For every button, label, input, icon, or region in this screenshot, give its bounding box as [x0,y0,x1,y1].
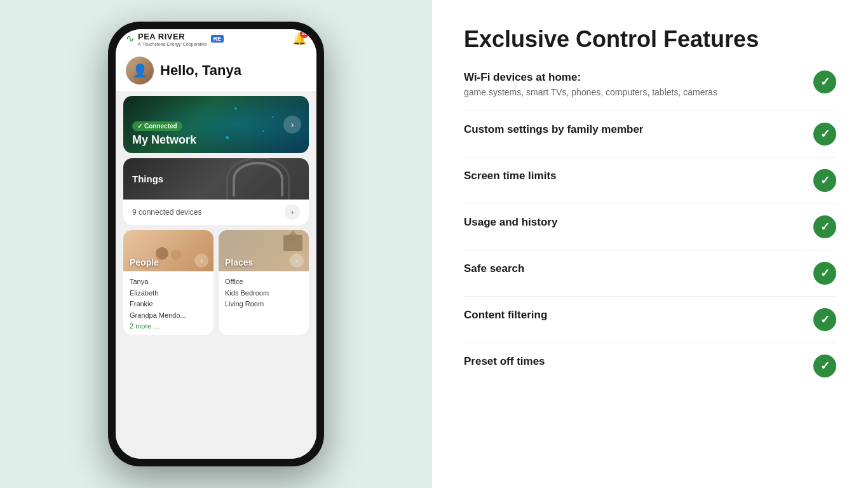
people-image: People › [123,230,214,271]
feature-row: Screen time limits✓ [464,169,836,204]
features-title: Exclusive Control Features [464,25,836,53]
things-count: 9 connected devices [132,208,201,217]
feature-text: Content filtering [464,308,813,322]
feature-sub: game systems, smart TVs, phones, compute… [464,86,801,99]
network-title: My Network [132,133,300,147]
left-panel: 9:41 ∿ ∿ [0,0,432,488]
people-card[interactable]: People › Tanya Elizabeth Frankie Grandpa… [123,230,214,335]
things-info: 9 connected devices › [123,200,309,225]
check-mark: ✓ [137,123,142,130]
feature-label: Preset off times [464,355,801,369]
notification-button[interactable]: 🔔 10 [292,32,306,46]
feature-text: Screen time limits [464,169,813,183]
places-card[interactable]: Places › Office Kids Bedroom Living Room [219,230,309,335]
people-label: People [130,257,159,268]
feature-label: Custom settings by family member [464,123,801,137]
check-icon: ✓ [813,71,836,93]
feature-row: Safe search✓ [464,262,836,297]
list-item: Living Room [225,299,302,310]
notification-count: 10 [300,29,309,38]
bottom-row: People › Tanya Elizabeth Frankie Grandpa… [123,230,309,335]
people-more: 2 more ... [130,322,207,330]
places-list: Office Kids Bedroom Living Room [219,271,309,315]
app-content[interactable]: ✓ Connected My Network › Things [116,91,316,459]
brand-info: PEA RIVER A 'Touchstone Energy' Cooperat… [138,30,207,46]
list-item: Tanya [130,276,207,288]
list-item: Frankie [130,299,207,310]
network-arrow[interactable]: › [283,116,301,133]
greeting-row: 👤 Hello, Tanya [116,51,316,91]
feature-label: Content filtering [464,308,801,322]
things-arrow[interactable]: › [285,205,300,220]
features-list: Wi-Fi devices at home:game systems, smar… [464,71,836,377]
app-header: ∿ PEA RIVER A 'Touchstone Energy' Cooper… [116,29,316,51]
logo-area: ∿ PEA RIVER A 'Touchstone Energy' Cooper… [126,30,224,46]
list-item: Kids Bedroom [225,288,302,299]
check-icon: ✓ [813,355,836,377]
feature-text: Custom settings by family member [464,123,813,137]
feature-text: Preset off times [464,355,813,369]
connected-label: Connected [144,123,177,130]
avatar: 👤 [126,57,154,85]
feature-text: Usage and history [464,215,813,229]
check-icon: ✓ [813,169,836,192]
things-label: Things [132,173,163,184]
places-image: Places › [219,230,309,271]
feature-row: Custom settings by family member✓ [464,123,836,158]
brand-badge: RE [211,35,224,43]
feature-label: Usage and history [464,215,801,229]
brand-sub: A 'Touchstone Energy' Cooperative [138,42,207,46]
check-icon: ✓ [813,262,836,285]
brand-name: PEA RIVER [138,32,185,41]
feature-row: Content filtering✓ [464,308,836,343]
list-item: Office [225,276,302,288]
feature-text: Safe search [464,262,813,276]
right-panel: Exclusive Control Features Wi-Fi devices… [432,0,868,488]
check-icon: ✓ [813,308,836,331]
feature-row: Wi-Fi devices at home:game systems, smar… [464,71,836,111]
list-item: Grandpa Mendo... [130,310,207,322]
check-icon: ✓ [813,215,836,238]
people-arrow[interactable]: › [194,254,208,268]
network-card[interactable]: ✓ Connected My Network › [123,96,309,153]
avatar-image: 👤 [126,57,154,85]
things-card[interactable]: Things 9 connected devices › [123,158,309,225]
check-icon: ✓ [813,123,836,146]
list-item: Elizabeth [130,288,207,299]
feature-label: Wi-Fi devices at home: [464,71,801,85]
greeting-text: Hello, Tanya [160,62,241,79]
places-label: Places [225,257,253,268]
brand-wifi-icon: ∿ [126,32,134,44]
people-list: Tanya Elizabeth Frankie Grandpa Mendo...… [123,271,214,335]
places-arrow[interactable]: › [290,254,304,268]
feature-label: Safe search [464,262,801,276]
phone-mockup: 9:41 ∿ ∿ [108,22,324,466]
connected-badge: ✓ Connected [132,121,182,131]
feature-row: Preset off times✓ [464,355,836,377]
feature-row: Usage and history✓ [464,215,836,250]
things-image: Things [123,158,309,200]
feature-label: Screen time limits [464,169,801,183]
feature-text: Wi-Fi devices at home:game systems, smar… [464,71,813,99]
